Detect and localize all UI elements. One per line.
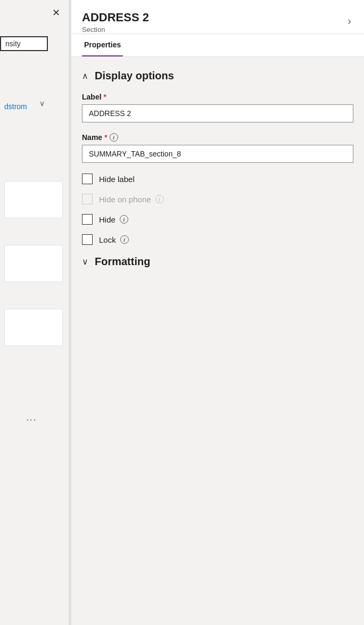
lock-label: Lock i xyxy=(99,235,129,244)
lock-row: Lock i xyxy=(82,234,353,245)
left-chevron-icon[interactable]: ∨ xyxy=(39,99,45,108)
right-panel: ADDRESS 2 Section › Properties ∧ Display… xyxy=(71,0,364,625)
hide-row: Hide i xyxy=(82,214,353,225)
left-label-box: nsity xyxy=(0,36,48,51)
content-area: ∧ Display options Label * Name * i Hide … xyxy=(71,57,364,281)
panel-navigate-icon[interactable]: › xyxy=(345,13,353,29)
display-options-title: Display options xyxy=(95,70,174,82)
display-options-chevron-icon: ∧ xyxy=(82,71,88,81)
left-box-2 xyxy=(4,245,63,282)
name-field-group: Name * i xyxy=(82,133,353,163)
hide-label-checkbox[interactable] xyxy=(82,174,93,184)
tab-properties[interactable]: Properties xyxy=(82,34,123,56)
hide-on-phone-label: Hide on phone i xyxy=(99,195,164,204)
lock-info-icon[interactable]: i xyxy=(120,235,129,244)
left-box-3 xyxy=(4,309,63,346)
left-panel: ✕ nsity dstrom ∨ ⋮ xyxy=(0,0,69,625)
panel-subtitle: Section xyxy=(82,26,345,34)
formatting-title: Formatting xyxy=(95,256,150,268)
name-field-label-text: Name xyxy=(82,133,102,142)
left-link[interactable]: dstrom xyxy=(0,100,31,113)
header-left: ADDRESS 2 Section xyxy=(82,11,345,34)
left-dots: ⋮ xyxy=(26,415,37,426)
label-field-group: Label * xyxy=(82,93,353,122)
label-field-label: Label * xyxy=(82,93,353,101)
name-info-icon[interactable]: i xyxy=(110,133,118,142)
hide-checkbox[interactable] xyxy=(82,214,93,225)
hide-on-phone-row: Hide on phone i xyxy=(82,194,353,204)
hide-label-text: Hide label xyxy=(99,175,135,184)
lock-checkbox[interactable] xyxy=(82,234,93,245)
close-button[interactable]: ✕ xyxy=(49,6,62,19)
name-required-marker: * xyxy=(104,133,107,142)
formatting-section-header[interactable]: ∨ Formatting xyxy=(82,256,353,268)
label-required-marker: * xyxy=(104,93,106,101)
display-options-section-header[interactable]: ∧ Display options xyxy=(82,70,353,82)
panel-header: ADDRESS 2 Section › xyxy=(71,0,364,34)
name-field-label: Name * i xyxy=(82,133,353,142)
left-box-1 xyxy=(4,181,63,218)
formatting-chevron-icon: ∨ xyxy=(82,257,88,267)
hide-info-icon[interactable]: i xyxy=(120,215,128,224)
hide-on-phone-info-icon: i xyxy=(155,195,164,203)
tabs-bar: Properties xyxy=(71,34,364,57)
label-field-label-text: Label xyxy=(82,93,102,101)
hide-label: Hide i xyxy=(99,215,128,224)
hide-label-row: Hide label xyxy=(82,174,353,184)
label-input[interactable] xyxy=(82,104,353,122)
hide-on-phone-checkbox[interactable] xyxy=(82,194,93,204)
name-input[interactable] xyxy=(82,145,353,163)
panel-title: ADDRESS 2 xyxy=(82,11,345,24)
